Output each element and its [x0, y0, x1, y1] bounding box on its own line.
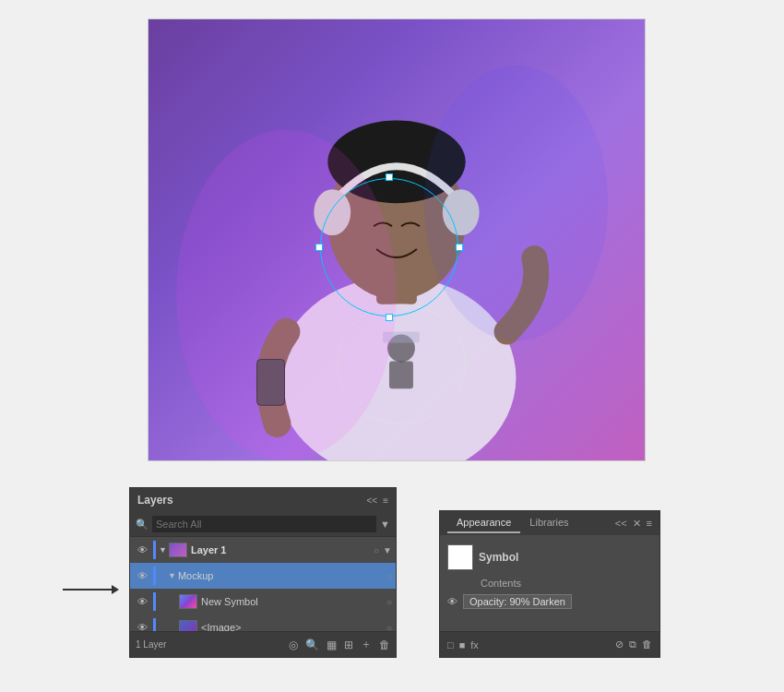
layers-footer: 1 Layer ◎ 🔍 ▦ ⊞ ＋ 🗑 [130, 631, 396, 657]
layers-panel-header: Layers << ≡ [130, 488, 396, 512]
appearance-footer: □ ■ fx ⊘ ⧉ 🗑 [440, 631, 659, 657]
contents-label: Contents [481, 578, 521, 589]
appearance-menu-icon[interactable]: ≡ [647, 518, 652, 529]
appearance-collapse-icon[interactable]: << [615, 518, 627, 529]
layers-panel: Layers << ≡ 🔍 ▼ 👁 ▼ Layer 1 ○ ▼ 👁 ▼ Mock… [129, 487, 397, 658]
layers-menu-icon[interactable]: ≡ [383, 495, 388, 506]
group-icon[interactable]: ▦ [327, 638, 337, 651]
square-outline-icon[interactable]: □ [447, 639, 454, 650]
add-layer-icon[interactable]: ＋ [361, 637, 372, 652]
layer-row-layer1[interactable]: 👁 ▼ Layer 1 ○ ▼ [130, 537, 396, 563]
opacity-row: 👁 Opacity: 90% Darken [447, 591, 652, 613]
layers-search-input[interactable] [152, 516, 376, 532]
canvas-image [148, 19, 645, 460]
layer-name-layer1: Layer 1 [191, 544, 374, 555]
appearance-tabs: Appearance Libraries [447, 513, 578, 533]
search-icon: 🔍 [136, 519, 148, 531]
new-layer-icon[interactable]: ⊞ [344, 638, 353, 651]
layers-collapse-icon[interactable]: << [366, 495, 377, 506]
symbol-row: Symbol [447, 541, 652, 574]
layer-row-newsymbol[interactable]: 👁 New Symbol ○ [130, 589, 396, 614]
layers-panel-title: Layers [137, 494, 173, 507]
appearance-header-icons: << ✕ ≡ [615, 518, 652, 530]
expand-mockup[interactable]: ▼ [168, 571, 176, 580]
layer-circle-layer1: ○ [374, 545, 379, 555]
handle-top[interactable] [386, 173, 393, 181]
visibility-icon-mockup[interactable]: 👁 [134, 567, 150, 584]
locate-icon[interactable]: ◎ [289, 638, 298, 651]
arrow-line [63, 589, 113, 591]
square-fill-icon[interactable]: ■ [459, 639, 466, 650]
selection-circle [320, 178, 458, 316]
delete-appearance-icon[interactable]: 🗑 [642, 638, 652, 650]
tab-appearance[interactable]: Appearance [447, 513, 520, 533]
filter-icon[interactable]: ▼ [380, 519, 390, 530]
appearance-close-icon[interactable]: ✕ [633, 518, 641, 530]
selection-overlay [315, 173, 463, 321]
tab-libraries[interactable]: Libraries [520, 513, 577, 533]
opacity-badge[interactable]: Opacity: 90% Darken [463, 594, 572, 609]
layer-circle-newsymbol: ○ [386, 597, 392, 607]
appearance-content: Symbol Contents 👁 Opacity: 90% Darken [440, 535, 659, 618]
appearance-footer-right-icons: ⊘ ⧉ 🗑 [615, 638, 652, 650]
appearance-panel: Appearance Libraries << ✕ ≡ Symbol Conte… [439, 510, 660, 658]
canvas-area [148, 18, 646, 461]
contents-row: Contents [447, 574, 652, 591]
svg-rect-9 [389, 361, 413, 388]
layer-circle-mockup: ○ [386, 571, 392, 581]
symbol-label: Symbol [479, 551, 518, 564]
layers-footer-icons: ◎ 🔍 ▦ ⊞ ＋ 🗑 [289, 637, 390, 652]
layer-row-mockup[interactable]: 👁 ▼ Mockup ○ [130, 563, 396, 589]
fx-label[interactable]: fx [470, 639, 479, 650]
layer-thumbnail-layer1 [169, 543, 187, 557]
handle-left[interactable] [315, 244, 323, 251]
layer-color-bar-mockup [153, 567, 156, 585]
layers-count: 1 Layer [136, 639, 166, 650]
layer-thumbnail-newsymbol [179, 594, 197, 609]
layers-header-icons: << ≡ [366, 495, 388, 506]
expand-layer1[interactable]: ▼ [159, 545, 167, 555]
symbol-thumbnail [447, 544, 473, 570]
layer-name-newsymbol: New Symbol [201, 596, 386, 607]
copy-icon[interactable]: ⧉ [629, 638, 636, 650]
delete-layer-icon[interactable]: 🗑 [379, 638, 390, 651]
visibility-icon-newsymbol[interactable]: 👁 [134, 593, 150, 610]
handle-right[interactable] [456, 244, 463, 251]
layer-color-bar-layer1 [153, 541, 156, 559]
handle-bottom[interactable] [386, 314, 393, 321]
layer-name-mockup: Mockup [178, 570, 386, 581]
no-icon[interactable]: ⊘ [615, 638, 624, 650]
visibility-icon-layer1[interactable]: 👁 [134, 542, 150, 558]
layer-options-layer1[interactable]: ▼ [383, 545, 392, 555]
search-footer-icon[interactable]: 🔍 [305, 638, 319, 651]
layer-arrow-indicator [63, 589, 113, 591]
layer-color-bar-newsymbol [153, 592, 156, 611]
opacity-visibility-icon[interactable]: 👁 [447, 596, 457, 607]
layers-search-bar: 🔍 ▼ [130, 512, 396, 537]
appearance-panel-header: Appearance Libraries << ✕ ≡ [440, 511, 659, 535]
